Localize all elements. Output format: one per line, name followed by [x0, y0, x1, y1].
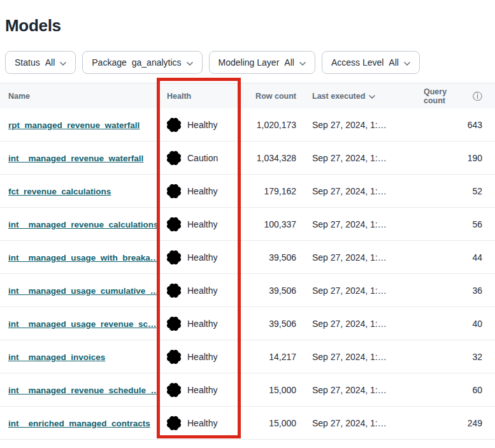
row-count-value: 14,217 — [242, 352, 296, 362]
column-header-name: Name — [8, 92, 167, 101]
column-header-health: Health — [167, 92, 242, 101]
models-table: Name Health Row count Last executed Quer… — [0, 83, 495, 440]
table-row: rpt_managed_revenue_waterfall Healthy 1,… — [0, 108, 495, 141]
health-status-label: Healthy — [187, 418, 217, 428]
info-icon[interactable]: ⓘ — [473, 91, 482, 101]
column-header-last-executed[interactable]: Last executed — [296, 92, 424, 101]
query-count-value: 56 — [424, 219, 482, 229]
table-row: int__managed_revenue_calculations Health… — [0, 208, 495, 241]
status-filter-value: All — [45, 57, 55, 68]
table-row: int__managed_usage_cumulative_… Healthy … — [0, 274, 495, 307]
row-count-value: 1,034,328 — [242, 153, 296, 163]
access-level-filter[interactable]: Access Level All — [322, 51, 420, 74]
package-filter-value: ga_analytics — [132, 57, 182, 68]
row-count-value: 39,506 — [242, 319, 296, 329]
column-header-row-count: Row count — [242, 92, 296, 101]
table-row: int__managed_revenue_schedule_… Healthy … — [0, 373, 495, 407]
row-count-value: 39,506 — [242, 252, 296, 263]
health-cell: Healthy — [167, 383, 242, 397]
last-executed-value: Sep 27, 2024, 1:… — [296, 120, 424, 130]
access-level-filter-value: All — [389, 57, 399, 68]
health-cell: Healthy — [167, 416, 242, 430]
access-level-filter-label: Access Level — [331, 57, 384, 68]
query-count-value: 44 — [424, 252, 482, 263]
chevron-down-icon — [60, 57, 66, 68]
query-count-value: 60 — [424, 385, 482, 395]
row-count-value: 39,506 — [242, 285, 296, 296]
table-row: int__managed_revenue_waterfall Caution 1… — [0, 141, 495, 175]
health-status-label: Healthy — [187, 219, 217, 229]
model-name-link[interactable]: int__managed_revenue_schedule_… — [8, 386, 159, 395]
model-name-link[interactable]: rpt_managed_revenue_waterfall — [8, 120, 140, 130]
table-row: fct_revenue_calculations Healthy 179,162… — [0, 175, 495, 208]
chevron-down-icon — [404, 57, 410, 68]
chevron-down-icon — [299, 57, 306, 68]
table-row: int__managed_usage_revenue_sc… Healthy 3… — [0, 307, 495, 340]
table-body: rpt_managed_revenue_waterfall Healthy 1,… — [0, 108, 495, 440]
package-filter[interactable]: Package ga_analytics — [82, 51, 202, 74]
package-filter-label: Package — [92, 57, 126, 68]
health-status-label: Healthy — [187, 285, 217, 296]
model-name-link[interactable]: int__managed_usage_revenue_sc… — [8, 319, 157, 329]
modeling-layer-filter-label: Modeling Layer — [219, 57, 280, 68]
health-cell: Healthy — [167, 317, 242, 331]
column-header-last-executed-label: Last executed — [312, 92, 365, 101]
model-name-link[interactable]: int__managed_revenue_calculations — [8, 220, 159, 229]
last-executed-value: Sep 27, 2024, 1:… — [296, 219, 424, 229]
model-name-link[interactable]: int__managed_invoices — [8, 352, 105, 362]
table-row: int__managed_invoices Healthy 14,217 Sep… — [0, 340, 495, 373]
health-status-icon — [167, 250, 181, 264]
health-status-icon — [167, 317, 181, 331]
health-status-icon — [167, 118, 181, 132]
modeling-layer-filter[interactable]: Modeling Layer All — [209, 51, 315, 74]
model-name-link[interactable]: fct_revenue_calculations — [8, 187, 111, 196]
modeling-layer-filter-value: All — [284, 57, 294, 68]
health-cell: Healthy — [167, 217, 242, 231]
status-filter[interactable]: Status All — [5, 51, 76, 74]
health-status-icon — [167, 151, 181, 165]
health-cell: Healthy — [167, 118, 242, 132]
health-status-icon — [167, 284, 181, 298]
row-count-value: 15,000 — [242, 385, 296, 395]
query-count-value: 40 — [424, 319, 482, 329]
table-row: int__managed_usage_with_breaka… Healthy … — [0, 241, 495, 274]
query-count-value: 32 — [424, 352, 482, 362]
last-executed-value: Sep 27, 2024, 1:… — [296, 186, 424, 196]
health-status-label: Healthy — [187, 352, 217, 362]
last-executed-value: Sep 27, 2024, 1:… — [296, 319, 424, 329]
query-count-value: 36 — [424, 285, 482, 296]
last-executed-value: Sep 27, 2024, 1:… — [296, 285, 424, 296]
last-executed-value: Sep 27, 2024, 1:… — [296, 352, 424, 362]
model-name-link[interactable]: int__managed_usage_with_breaka… — [8, 253, 159, 263]
last-executed-value: Sep 27, 2024, 1:… — [296, 418, 424, 428]
table-row: int__enriched_managed_contracts Healthy … — [0, 407, 495, 440]
health-status-label: Healthy — [187, 385, 217, 395]
row-count-value: 179,162 — [242, 186, 296, 196]
row-count-value: 100,337 — [242, 219, 296, 229]
chevron-down-icon — [187, 57, 193, 68]
query-count-value: 190 — [424, 153, 482, 163]
health-status-label: Caution — [187, 153, 218, 163]
row-count-value: 1,020,173 — [242, 120, 296, 130]
model-name-link[interactable]: int__managed_revenue_waterfall — [8, 154, 143, 163]
health-status-label: Healthy — [187, 319, 217, 329]
health-status-label: Healthy — [187, 252, 217, 263]
last-executed-value: Sep 27, 2024, 1:… — [296, 153, 424, 163]
health-cell: Healthy — [167, 184, 242, 198]
last-executed-value: Sep 27, 2024, 1:… — [296, 252, 424, 263]
column-header-query-count-label: Query count — [424, 87, 470, 105]
health-cell: Healthy — [167, 284, 242, 298]
health-status-icon — [167, 350, 181, 364]
query-count-value: 52 — [424, 186, 482, 196]
filter-bar: Status All Package ga_analytics Modeling… — [5, 51, 420, 74]
query-count-value: 249 — [424, 418, 482, 428]
health-status-label: Healthy — [187, 120, 217, 130]
health-cell: Healthy — [167, 250, 242, 264]
health-cell: Healthy — [167, 350, 242, 364]
health-status-icon — [167, 217, 181, 231]
model-name-link[interactable]: int__managed_usage_cumulative_… — [8, 286, 159, 296]
table-header-row: Name Health Row count Last executed Quer… — [0, 83, 495, 108]
last-executed-value: Sep 27, 2024, 1:… — [296, 385, 424, 395]
page-title: Models — [5, 16, 61, 36]
model-name-link[interactable]: int__enriched_managed_contracts — [8, 419, 150, 428]
